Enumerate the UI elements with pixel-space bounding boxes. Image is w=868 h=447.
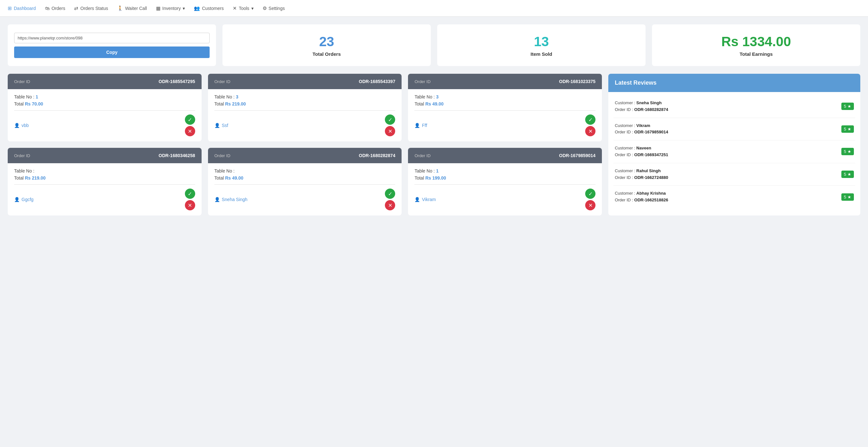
approve-btn-4[interactable]: ✓ [185,188,195,199]
approve-btn-2[interactable]: ✓ [385,114,395,125]
order-footer-6: Vikram ✓ ✕ [414,188,595,210]
order-id-value-6: ODR-1679859014 [559,153,596,158]
total-earnings-label: Total Earnings [740,51,773,57]
order-id-label-3: Order ID [414,79,431,84]
customer-name-5: Sneha Singh [214,197,248,202]
order-card-4: Order ID ODR-1680346258 Table No : Total… [8,148,202,215]
order-table-3: Table No : 3 [414,94,595,99]
orders-icon: 🛍 [45,5,50,11]
action-icons-3: ✓ ✕ [585,114,595,136]
reject-btn-5[interactable]: ✕ [385,200,395,210]
reviews-body: Customer : Sneha Singh Order ID : ODR-16… [608,92,860,211]
review-item-2: Customer : Vikram Order ID : ODR-1679859… [614,118,855,141]
review-text-1: Customer : Sneha Singh Order ID : ODR-16… [615,100,668,113]
approve-btn-1[interactable]: ✓ [185,114,195,125]
approve-btn-5[interactable]: ✓ [385,188,395,199]
order-id-label-4: Order ID [14,153,30,158]
order-id-value-1: ODR-1685547295 [159,79,195,84]
review-text-2: Customer : Vikram Order ID : ODR-1679859… [615,123,668,136]
reviews-panel: Latest Reviews Customer : Sneha Singh Or… [608,74,860,215]
approve-btn-3[interactable]: ✓ [585,114,595,125]
main-nav: ⊞ Dashboard 🛍 Orders ⇄ Orders Status 🚶 W… [0,0,868,17]
total-orders-number: 23 [319,34,334,49]
tools-dropdown-icon: ▾ [251,6,254,11]
url-input[interactable] [14,33,210,43]
inventory-dropdown-icon: ▾ [183,6,185,11]
total-earnings-card: Rs 1334.00 Total Earnings [652,24,860,66]
order-table-2: Table No : 3 [214,94,396,99]
customer-name-1: vbb [14,123,29,128]
nav-inventory[interactable]: ▦ Inventory ▾ [156,4,185,12]
order-header-5: Order ID ODR-1680282874 [208,148,402,163]
total-earnings-number: Rs 1334.00 [721,34,791,49]
star-badge-1: 5 ★ [841,103,854,110]
order-footer-2: Ssf ✓ ✕ [214,114,396,136]
approve-btn-6[interactable]: ✓ [585,188,595,199]
order-footer-1: vbb ✓ ✕ [14,114,195,136]
nav-settings[interactable]: ⚙ Settings [262,4,285,12]
reject-btn-2[interactable]: ✕ [385,126,395,136]
order-footer-4: Ggcfg ✓ ✕ [14,188,195,210]
review-order-id-2: ODR-1679859014 [634,130,668,134]
total-orders-label: Total Orders [312,51,341,57]
main-content: Copy 23 Total Orders 13 Item Sold Rs 133… [0,17,868,223]
inventory-icon: ▦ [156,5,160,11]
nav-orders[interactable]: 🛍 Orders [45,4,65,12]
reject-btn-3[interactable]: ✕ [585,126,595,136]
order-footer-3: Fff ✓ ✕ [414,114,595,136]
stats-row: Copy 23 Total Orders 13 Item Sold Rs 133… [8,24,860,66]
order-header-3: Order ID ODR-1681023375 [408,74,602,89]
orders-col-3: Order ID ODR-1681023375 Table No : 3 Tot… [408,74,602,215]
order-total-1: Total Rs 70.00 [14,101,195,106]
star-badge-5: 5 ★ [841,193,854,201]
review-customer-name-2: Vikram [636,123,650,128]
order-id-label-5: Order ID [214,153,230,158]
customer-name-4: Ggcfg [14,197,33,202]
order-header-4: Order ID ODR-1680346258 [8,148,202,163]
settings-icon: ⚙ [262,5,267,11]
reject-btn-4[interactable]: ✕ [185,200,195,210]
order-table-5: Table No : [214,168,396,173]
review-order-id-5: ODR-1662518826 [634,198,668,202]
review-text-4: Customer : Rahul Singh Order ID : ODR-16… [615,168,668,181]
star-badge-2: 5 ★ [841,125,854,133]
reject-btn-1[interactable]: ✕ [185,126,195,136]
nav-tools[interactable]: ✕ Tools ▾ [233,4,254,12]
order-card-2: Order ID ODR-1685543397 Table No : 3 Tot… [208,74,402,141]
customer-name-2: Ssf [214,123,228,128]
order-body-1: Table No : 1 Total Rs 70.00 vbb [8,89,202,141]
total-orders-card: 23 Total Orders [222,24,431,66]
person-icon-3 [414,123,420,128]
order-body-4: Table No : Total Rs 219.00 Ggcfg [8,163,202,215]
item-sold-card: 13 Item Sold [437,24,646,66]
item-sold-label: Item Sold [531,51,553,57]
order-id-value-2: ODR-1685543397 [359,79,396,84]
star-badge-4: 5 ★ [841,171,854,178]
copy-button[interactable]: Copy [14,46,210,58]
order-id-label-2: Order ID [214,79,230,84]
review-item-3: Customer : Naveen Order ID : ODR-1669347… [614,140,855,163]
nav-dashboard[interactable]: ⊞ Dashboard [8,4,36,12]
action-icons-5: ✓ ✕ [385,188,395,210]
url-card: Copy [8,24,216,66]
nav-orders-status[interactable]: ⇄ Orders Status [74,4,108,12]
order-body-2: Table No : 3 Total Rs 219.00 Ssf [208,89,402,141]
dashboard-icon: ⊞ [8,5,12,11]
review-item-4: Customer : Rahul Singh Order ID : ODR-16… [614,163,855,186]
order-total-2: Total Rs 219.00 [214,101,396,106]
nav-waiter-call[interactable]: 🚶 Waiter Call [117,4,147,12]
order-total-5: Total Rs 49.00 [214,175,396,180]
review-customer-name-4: Rahul Singh [636,168,661,173]
tools-icon: ✕ [233,5,237,11]
content-grid: Order ID ODR-1685547295 Table No : 1 Tot… [8,74,860,215]
customer-name-3: Fff [414,123,427,128]
order-id-label-6: Order ID [414,153,431,158]
customers-icon: 👥 [194,5,200,11]
reject-btn-6[interactable]: ✕ [585,200,595,210]
review-customer-name-5: Abhay Krishna [636,191,666,196]
nav-customers[interactable]: 👥 Customers [194,4,224,12]
review-order-id-3: ODR-1669347251 [634,152,668,157]
review-text-3: Customer : Naveen Order ID : ODR-1669347… [615,145,668,159]
review-customer-name-3: Naveen [636,146,651,150]
order-total-6: Total Rs 199.00 [414,175,595,180]
